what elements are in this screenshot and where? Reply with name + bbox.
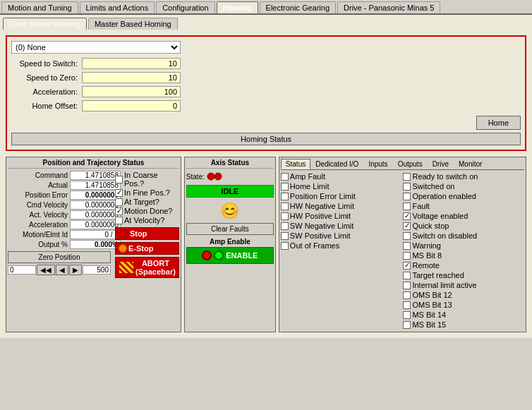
voltage-enabled-cb[interactable] [403, 212, 411, 220]
in-fine-pos-checkbox[interactable] [115, 189, 123, 197]
output-pct-label: Output % [8, 241, 70, 248]
sub-tab-bar: Drive Based Homing Master Based Homing [0, 15, 532, 30]
ms-bit14-cb[interactable] [403, 311, 411, 319]
cmd-velocity-value[interactable] [70, 200, 121, 210]
oms-bit12-cb[interactable] [403, 291, 411, 299]
home-offset-input[interactable] [82, 100, 181, 111]
home-limit-cb[interactable] [281, 183, 289, 191]
state-label: State: [186, 173, 205, 181]
enable-button[interactable]: ENABLE [186, 247, 274, 264]
out-of-frames-cb[interactable] [281, 242, 289, 250]
ms-bit15-cb[interactable] [403, 321, 411, 329]
actual-value[interactable] [70, 181, 121, 190]
tab-configuration[interactable]: Configuration [156, 1, 214, 13]
position-error-label: Position Error [8, 191, 70, 199]
hw-pos-limit-cb[interactable] [281, 212, 289, 220]
warning-cb[interactable] [403, 242, 411, 250]
zero-position-button[interactable]: Zero Position [8, 251, 111, 263]
nav-prev-button[interactable]: ◀ [56, 265, 68, 275]
main-tab-bar: Motion and Tuning Limits and Actions Con… [0, 0, 532, 15]
tab-limits-actions[interactable]: Limits and Actions [80, 1, 155, 13]
sw-pos-limit-item: SW Positive Limit [281, 231, 402, 240]
amp-fault-cb[interactable] [281, 173, 289, 181]
at-target-row: At Target? [115, 198, 179, 206]
switched-on-cb[interactable] [403, 183, 411, 191]
in-fine-pos-label: In Fine Pos.? [124, 188, 170, 197]
status-area-panel: Status Dedicated I/O Inputs Outputs Driv… [279, 157, 526, 332]
tab-homing[interactable]: Homing [217, 1, 258, 13]
nav-end-input[interactable] [83, 265, 111, 275]
status-col1: Amp Fault Home Limit Position Error Limi… [281, 172, 402, 330]
internal-limit-cb[interactable] [403, 282, 411, 289]
ms-bit8-cb[interactable] [403, 252, 411, 260]
status-tab-outputs[interactable]: Outputs [393, 159, 428, 169]
speed-to-zero-row: Speed to Zero: [11, 72, 521, 83]
axis-status-title: Axis Status [186, 159, 274, 169]
acceleration-input[interactable] [82, 86, 181, 97]
subtab-master-based-homing[interactable]: Master Based Homing [88, 18, 178, 30]
estop-button[interactable]: E-Stop [115, 242, 179, 255]
estop-icon [119, 244, 127, 253]
nav-start-input[interactable] [8, 265, 36, 275]
nav-next-button[interactable]: ▶ [69, 265, 82, 275]
command-value[interactable] [70, 171, 121, 180]
remote-cb[interactable] [403, 262, 411, 270]
in-coarse-pos-row: In Coarse Pos.? [115, 171, 179, 188]
target-reached-cb[interactable] [403, 272, 411, 279]
motion-elmt-label: Motion/Elmt Id [8, 231, 70, 239]
sw-pos-limit-cb[interactable] [281, 232, 289, 240]
subtab-drive-based-homing[interactable]: Drive Based Homing [3, 18, 87, 30]
status-tab-monitor[interactable]: Monitor [454, 159, 487, 169]
pos-checkboxes: In Coarse Pos.? In Fine Pos.? At Target? [115, 171, 179, 224]
mode-dropdown[interactable]: (0) None [11, 41, 181, 54]
clear-faults-button[interactable]: Clear Faults [186, 223, 274, 235]
oms-bit13-cb[interactable] [403, 301, 411, 309]
at-velocity-label: At Velocity? [124, 216, 164, 224]
tab-drive[interactable]: Drive - Panasonic Minas 5 [337, 1, 440, 13]
tab-electronic-gearing[interactable]: Electronic Gearing [260, 1, 337, 13]
stop-button[interactable]: Stop [115, 227, 179, 240]
speed-to-switch-input[interactable] [82, 58, 181, 69]
pos-traj-right-col: In Coarse Pos.? In Fine Pos.? At Target? [115, 171, 179, 278]
motion-elmt-value[interactable] [70, 230, 121, 239]
home-button[interactable]: Home [476, 116, 521, 130]
status-tab-inputs[interactable]: Inputs [363, 159, 392, 169]
quick-stop-cb[interactable] [403, 222, 411, 230]
in-coarse-pos-label: In Coarse Pos.? [124, 171, 179, 188]
quick-stop-item: Quick stop [403, 222, 524, 230]
sw-neg-limit-cb[interactable] [281, 222, 289, 230]
nav-first-button[interactable]: ◀◀ [37, 265, 55, 275]
status-tab-drive[interactable]: Drive [428, 159, 454, 169]
motion-done-checkbox[interactable] [115, 207, 123, 215]
position-error-limit-cb[interactable] [281, 193, 289, 200]
cmd-velocity-label: Cmd Velocity [8, 201, 70, 209]
mode-dropdown-row: (0) None [11, 41, 521, 54]
switch-on-disabled-cb[interactable] [403, 232, 411, 240]
output-pct-value[interactable] [70, 240, 121, 249]
status-tabs: Status Dedicated I/O Inputs Outputs Driv… [281, 159, 524, 170]
at-target-checkbox[interactable] [115, 198, 123, 206]
acceleration-value2[interactable] [70, 220, 121, 229]
in-coarse-pos-checkbox[interactable] [115, 176, 123, 183]
switch-on-disabled-label: Switch on disabled [412, 231, 477, 240]
at-velocity-checkbox[interactable] [115, 217, 123, 224]
act-velocity-value[interactable] [70, 210, 121, 219]
ready-to-switch-on-cb[interactable] [403, 173, 411, 181]
status-tab-dedicated-io[interactable]: Dedicated I/O [310, 159, 363, 169]
operation-enabled-cb[interactable] [403, 193, 411, 200]
nav-controls: ◀◀ ◀ ▶ [8, 265, 111, 275]
hw-neg-limit-cb[interactable] [281, 203, 289, 210]
home-offset-row: Home Offset: [11, 100, 521, 111]
speed-to-zero-input[interactable] [82, 72, 181, 83]
acceleration-label: Acceleration: [11, 88, 82, 96]
hw-neg-limit-item: HW Negative Limit [281, 202, 402, 210]
abort-button[interactable]: ABORT(Spacebar) [115, 257, 179, 278]
ms-bit8-item: MS Bit 8 [403, 251, 524, 260]
target-reached-item: Target reached [403, 271, 524, 279]
position-error-value[interactable] [70, 191, 121, 200]
homing-status-button[interactable]: Homing Status [11, 133, 521, 145]
act-velocity-label: Act. Velocity [8, 211, 70, 219]
status-tab-status[interactable]: Status [281, 159, 310, 169]
tab-motion-tuning[interactable]: Motion and Tuning [1, 1, 78, 13]
fault-cb[interactable] [403, 203, 411, 210]
